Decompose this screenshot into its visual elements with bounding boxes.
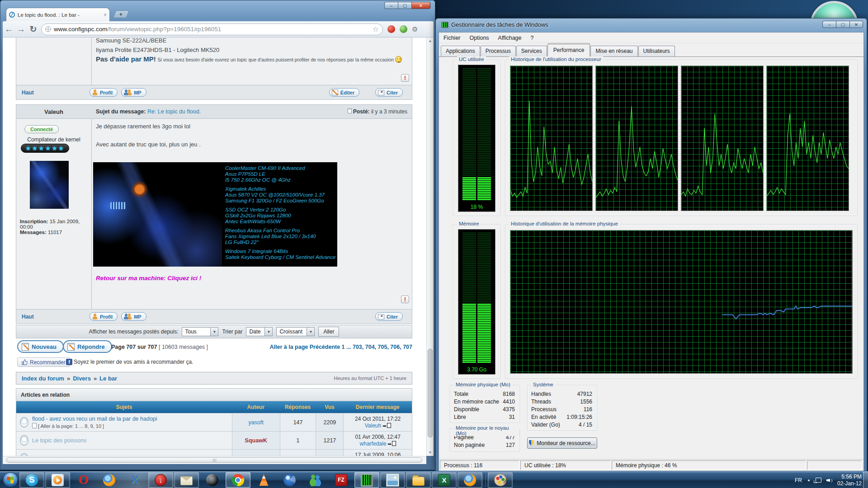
subject-link[interactable]: Re: Le topic du flood.	[147, 108, 201, 115]
topic-link[interactable]: flood - avez vous recu un mail de la par…	[32, 416, 157, 422]
menu-item[interactable]: ?	[526, 33, 538, 42]
taskbar-item-explorer[interactable]	[406, 472, 431, 488]
scroll-down-icon[interactable]: ▼	[427, 449, 434, 456]
wrench-menu-icon[interactable]: ⚙	[412, 25, 418, 33]
mp-button[interactable]: MP	[121, 88, 146, 97]
citer-button[interactable]: ❝Citer	[375, 312, 403, 321]
taskbar-item-opera[interactable]: O	[71, 472, 96, 488]
menu-item[interactable]: Affichage	[494, 33, 526, 42]
report-post-button[interactable]: !	[401, 74, 409, 82]
horizontal-scrollbar[interactable]	[3, 456, 426, 464]
reload-button[interactable]: ↻	[27, 24, 39, 34]
close-button[interactable]: ✕	[411, 2, 430, 9]
task-manager-icon	[441, 22, 448, 28]
editer-button[interactable]: Éditer	[329, 88, 359, 97]
profil-button[interactable]: Profil	[90, 312, 118, 321]
horizontal-scroll-thumb[interactable]	[6, 457, 422, 463]
menu-item[interactable]: Options	[465, 33, 494, 42]
vertical-scrollbar[interactable]: ▲ ▼	[426, 38, 434, 456]
close-button[interactable]: ✕	[849, 21, 863, 28]
maximize-button[interactable]: ▢	[836, 21, 849, 28]
profil-button[interactable]: Profil	[90, 88, 118, 97]
aller-button[interactable]: Aller	[318, 327, 339, 337]
topic-link[interactable]: Le topic des poissons	[32, 437, 86, 444]
filter-period-select[interactable]: Tous▼	[182, 327, 218, 336]
last-post-author[interactable]: Valeuh	[365, 422, 381, 429]
taskbar-item-messenger[interactable]	[303, 472, 328, 488]
mp-button[interactable]: MP	[121, 312, 146, 321]
taskbar-item-excel[interactable]: X	[432, 472, 457, 488]
back-button[interactable]: ←	[3, 24, 15, 34]
taskbar-item-google-earth[interactable]	[277, 472, 302, 488]
task-manager-titlebar[interactable]: Gestionnaire des tâches de Windows	[441, 21, 548, 28]
taskbar-item-paint[interactable]	[488, 472, 513, 488]
taskbar-item-task-manager[interactable]	[354, 472, 379, 488]
last-post-author[interactable]: wharfedale	[360, 441, 387, 447]
browser-tab[interactable]: Le topic du flood. : Le bar - ×	[6, 8, 110, 21]
breadcrumb-index[interactable]: Index du forum	[22, 375, 64, 382]
taskbar-item-skype[interactable]: S	[19, 472, 44, 488]
taskbar-item-photo-viewer[interactable]	[380, 472, 405, 488]
taskbar-item-x-app[interactable]: X	[123, 472, 147, 488]
sort-order-select[interactable]: Croissant▼	[276, 327, 315, 336]
maximize-button[interactable]: ▢	[398, 2, 411, 9]
topic-pages[interactable]: [ Aller à la page: 1 ... 8, 9, 10 ]	[32, 423, 157, 429]
post-author[interactable]: Valeuh	[16, 108, 91, 115]
topic-author[interactable]: yasoft	[232, 413, 280, 431]
scroll-up-icon[interactable]: ▲	[427, 38, 434, 44]
green-extension-icon[interactable]	[400, 25, 407, 33]
show-desktop-button[interactable]	[863, 472, 868, 488]
taskbar-item-tv-downloader[interactable]: ↓	[148, 472, 173, 488]
goto-last-post-icon[interactable]: ➡	[382, 423, 391, 428]
taskbar-item-vlc[interactable]	[251, 472, 276, 488]
tab[interactable]: Processus	[481, 46, 516, 56]
resource-monitor-button[interactable]: Moniteur de ressource...	[527, 437, 597, 449]
taskbar-item-chrome[interactable]	[226, 472, 250, 488]
forward-button[interactable]: →	[15, 24, 27, 34]
taskbar-item-live-mail[interactable]	[174, 472, 199, 488]
repondre-button[interactable]: Répondre	[63, 340, 112, 353]
new-tab-button[interactable]: +	[113, 10, 129, 18]
taskbar-item-media-player[interactable]	[45, 472, 70, 488]
tab[interactable]: Mise en réseau	[590, 46, 637, 56]
language-indicator[interactable]: FR	[795, 477, 802, 483]
start-button[interactable]	[1, 472, 19, 488]
chevron-down-icon: ▼	[210, 328, 218, 336]
taskbar-item-firefox[interactable]	[97, 472, 122, 488]
report-post-button[interactable]: !	[401, 296, 409, 303]
menu-item[interactable]: Fichier	[439, 33, 465, 42]
tab[interactable]: Applications	[441, 46, 480, 56]
recommander-button[interactable]: Recommander	[17, 357, 70, 367]
tab[interactable]: Performance	[547, 44, 590, 56]
tab[interactable]: Services	[516, 46, 547, 56]
haut-link[interactable]: Haut	[22, 314, 90, 320]
tray-clock[interactable]: 5:56 PM 02-Jan-12	[837, 474, 862, 487]
taskbar-item-filezilla[interactable]: FZ	[329, 472, 354, 488]
bookmark-star-icon[interactable]: ☆	[373, 25, 379, 33]
taskbar-item-web-globe[interactable]	[200, 472, 225, 488]
page-jump-links[interactable]: Aller à la page Précédente 1 ... 703, 70…	[218, 344, 412, 350]
signature-link[interactable]: Retour sur ma machine: Cliquez ici !	[96, 275, 201, 282]
citer-button[interactable]: ❝Citer	[375, 88, 403, 97]
address-bar[interactable]: www.configspc.com/forum/viewtopic.php?p=…	[41, 23, 383, 35]
adblock-icon[interactable]	[387, 25, 395, 33]
haut-link[interactable]: Haut	[22, 89, 90, 96]
tab[interactable]: Utilisateurs	[638, 46, 675, 56]
nouveau-button[interactable]: Nouveau	[17, 340, 64, 353]
minimize-button[interactable]: –	[822, 21, 836, 28]
tab-close-icon[interactable]: ×	[104, 12, 107, 18]
url-text[interactable]: www.configspc.com/forum/viewtopic.php?p=…	[54, 26, 370, 33]
taskbar-item-firefox-window[interactable]	[458, 472, 482, 488]
vertical-scroll-thumb[interactable]	[428, 349, 433, 437]
tray-up-arrow-icon[interactable]: ▲	[807, 478, 811, 482]
goto-last-post-icon[interactable]: ➡	[387, 441, 396, 446]
volume-icon[interactable]	[826, 478, 832, 483]
topic-author[interactable]: SquawK	[232, 450, 280, 456]
sort-field-select[interactable]: Date▼	[246, 327, 273, 336]
network-icon[interactable]	[816, 478, 821, 483]
breadcrumb-lebar[interactable]: Le bar	[99, 375, 117, 382]
media-player-icon	[52, 474, 64, 486]
minimize-button[interactable]: –	[384, 2, 398, 9]
breadcrumb-divers[interactable]: Divers	[73, 375, 91, 382]
topic-author[interactable]: SquawK	[232, 432, 280, 449]
